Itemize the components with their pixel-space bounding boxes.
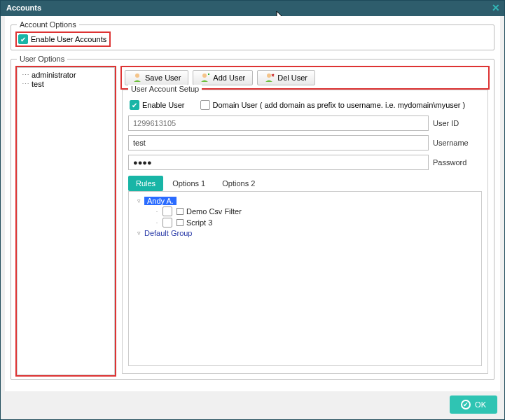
tree-dot-icon: ⋯ bbox=[22, 80, 29, 88]
tree-node[interactable]: · Demo Csv Filter bbox=[136, 206, 474, 217]
user-account-setup: User Account Setup ✔ Enable User ✔ Domai… bbox=[122, 90, 488, 374]
rules-tree[interactable]: ▿ Andy A. · Demo Csv Filter · bbox=[128, 191, 482, 366]
tree-node[interactable]: · Script 3 bbox=[136, 217, 474, 228]
list-item[interactable]: ⋯ test bbox=[22, 80, 110, 89]
password-field[interactable] bbox=[128, 155, 429, 170]
user-plus-icon bbox=[200, 73, 210, 83]
user-id-label: User ID bbox=[433, 119, 482, 127]
check-icon: ✔ bbox=[18, 34, 28, 44]
ok-check-icon: ✔ bbox=[461, 400, 471, 410]
password-label: Password bbox=[433, 158, 482, 167]
check-icon: ✔ bbox=[130, 100, 139, 110]
tab-options-1[interactable]: Options 1 bbox=[165, 176, 213, 191]
collapse-icon[interactable]: ▿ bbox=[136, 230, 141, 237]
user-id-field[interactable] bbox=[128, 115, 429, 131]
username-label: Username bbox=[433, 139, 482, 147]
add-user-button[interactable]: Add User bbox=[193, 70, 253, 85]
tree-label: Default Group bbox=[144, 229, 192, 237]
user-options-group: User Options ⋯ administrator ⋯ test Save… bbox=[11, 55, 494, 380]
account-options-legend: Account Options bbox=[17, 20, 79, 29]
setup-legend: User Account Setup bbox=[128, 85, 202, 93]
user-icon bbox=[132, 73, 142, 83]
check-icon: ✔ bbox=[200, 100, 210, 110]
svg-point-0 bbox=[135, 74, 139, 78]
user-options-legend: User Options bbox=[17, 55, 67, 63]
svg-point-1 bbox=[202, 74, 207, 78]
titlebar: Accounts ✕ bbox=[1, 1, 504, 16]
domain-user-checkbox[interactable]: ✔ Domain User ( add domain as prefix to … bbox=[199, 99, 469, 111]
save-user-button[interactable]: Save User bbox=[125, 70, 188, 85]
leaf-icon: · bbox=[154, 208, 160, 215]
tree-dot-icon: ⋯ bbox=[22, 71, 29, 79]
leaf-icon: · bbox=[154, 219, 160, 226]
content-area: Account Options ✔ Enable User Accounts U… bbox=[5, 16, 500, 391]
dialog-footer: ✔ OK bbox=[450, 396, 497, 414]
enable-user-accounts-checkbox[interactable]: ✔ Enable User Accounts bbox=[17, 33, 109, 46]
tree-label: Script 3 bbox=[186, 218, 212, 227]
enable-user-checkbox[interactable]: ✔ Enable User bbox=[128, 99, 188, 111]
accounts-dialog: Accounts ✕ Account Options ✔ Enable User… bbox=[0, 0, 505, 420]
page-icon bbox=[177, 208, 184, 215]
username-field[interactable] bbox=[128, 135, 429, 150]
tab-bar: Rules Options 1 Options 2 bbox=[128, 176, 482, 191]
checkbox-icon[interactable] bbox=[162, 218, 172, 227]
ok-button[interactable]: ✔ OK bbox=[450, 396, 497, 414]
window-title: Accounts bbox=[6, 4, 41, 12]
right-column: Save User Add User Del User User Account… bbox=[122, 67, 488, 375]
list-item[interactable]: ⋯ administrator bbox=[22, 71, 110, 80]
tree-label: Andy A. bbox=[144, 197, 177, 205]
enable-user-accounts-label: Enable User Accounts bbox=[31, 35, 106, 43]
tab-rules[interactable]: Rules bbox=[128, 176, 163, 191]
tree-node[interactable]: ▿ Andy A. bbox=[136, 196, 474, 206]
user-list[interactable]: ⋯ administrator ⋯ test bbox=[17, 67, 115, 375]
tree-label: Demo Csv Filter bbox=[186, 207, 242, 216]
expand-icon[interactable]: ▿ bbox=[136, 197, 141, 204]
tab-options-2[interactable]: Options 2 bbox=[214, 176, 263, 191]
svg-point-2 bbox=[267, 74, 271, 78]
checkbox-icon[interactable] bbox=[162, 206, 172, 216]
account-options-group: Account Options ✔ Enable User Accounts bbox=[11, 20, 494, 50]
user-minus-icon bbox=[265, 73, 275, 83]
page-icon bbox=[177, 219, 184, 226]
del-user-button[interactable]: Del User bbox=[257, 70, 315, 85]
tree-node[interactable]: ▿ Default Group bbox=[136, 228, 474, 238]
close-icon[interactable]: ✕ bbox=[492, 2, 500, 13]
